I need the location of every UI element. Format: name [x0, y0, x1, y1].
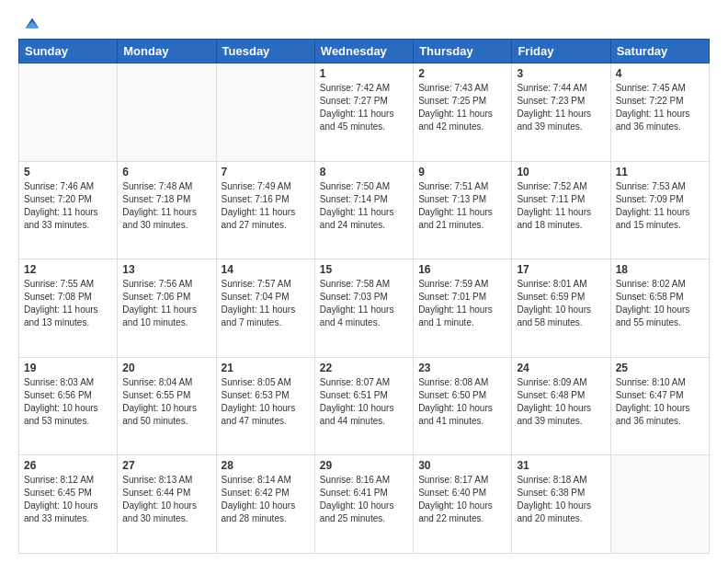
day-number: 10: [517, 166, 605, 178]
calendar-cell: 13Sunrise: 7:56 AMSunset: 7:06 PMDayligh…: [118, 259, 216, 358]
day-info: Sunrise: 7:53 AMSunset: 7:09 PMDaylight:…: [616, 180, 704, 232]
day-info: Sunrise: 8:02 AMSunset: 6:58 PMDaylight:…: [616, 278, 704, 329]
calendar-cell: 10Sunrise: 7:52 AMSunset: 7:11 PMDayligh…: [512, 161, 610, 259]
calendar-cell: 28Sunrise: 8:14 AMSunset: 6:42 PMDayligh…: [216, 455, 314, 554]
day-number: 12: [24, 263, 112, 276]
calendar-cell: 3Sunrise: 7:44 AMSunset: 7:23 PMDaylight…: [512, 63, 610, 162]
day-info: Sunrise: 7:58 AMSunset: 7:03 PMDaylight:…: [320, 278, 408, 329]
day-info: Sunrise: 7:50 AMSunset: 7:14 PMDaylight:…: [320, 180, 408, 232]
day-info: Sunrise: 7:44 AMSunset: 7:23 PMDaylight:…: [517, 82, 605, 133]
week-row-1: 1Sunrise: 7:42 AMSunset: 7:27 PMDaylight…: [19, 63, 710, 162]
calendar-cell: 17Sunrise: 8:01 AMSunset: 6:59 PMDayligh…: [512, 259, 610, 358]
day-info: Sunrise: 7:45 AMSunset: 7:22 PMDaylight:…: [616, 82, 704, 133]
calendar-cell: 31Sunrise: 8:18 AMSunset: 6:38 PMDayligh…: [512, 455, 610, 554]
calendar-cell: 11Sunrise: 7:53 AMSunset: 7:09 PMDayligh…: [610, 161, 709, 259]
day-number: 27: [122, 459, 210, 472]
day-info: Sunrise: 8:08 AMSunset: 6:50 PMDaylight:…: [418, 376, 506, 428]
day-number: 19: [24, 362, 112, 374]
calendar-cell: 23Sunrise: 8:08 AMSunset: 6:50 PMDayligh…: [414, 357, 512, 455]
logo: [18, 15, 40, 31]
day-number: 5: [24, 166, 112, 178]
week-row-2: 5Sunrise: 7:46 AMSunset: 7:20 PMDaylight…: [19, 161, 710, 259]
page: SundayMondayTuesdayWednesdayThursdayFrid…: [0, 0, 728, 563]
day-info: Sunrise: 7:42 AMSunset: 7:27 PMDaylight:…: [320, 82, 408, 133]
svg-marker-1: [26, 21, 39, 28]
day-info: Sunrise: 8:16 AMSunset: 6:41 PMDaylight:…: [320, 474, 408, 525]
day-info: Sunrise: 8:10 AMSunset: 6:47 PMDaylight:…: [616, 376, 704, 428]
day-info: Sunrise: 8:07 AMSunset: 6:51 PMDaylight:…: [320, 376, 408, 428]
day-number: 31: [517, 459, 605, 472]
day-number: 3: [517, 67, 605, 80]
calendar-cell: 29Sunrise: 8:16 AMSunset: 6:41 PMDayligh…: [314, 455, 413, 554]
day-info: Sunrise: 8:13 AMSunset: 6:44 PMDaylight:…: [122, 474, 210, 525]
calendar-cell: 21Sunrise: 8:05 AMSunset: 6:53 PMDayligh…: [216, 357, 314, 455]
day-number: 6: [122, 166, 210, 178]
day-info: Sunrise: 7:52 AMSunset: 7:11 PMDaylight:…: [517, 180, 605, 232]
day-number: 13: [122, 263, 210, 276]
day-number: 14: [222, 263, 310, 276]
calendar-cell: 25Sunrise: 8:10 AMSunset: 6:47 PMDayligh…: [610, 357, 709, 455]
day-info: Sunrise: 7:59 AMSunset: 7:01 PMDaylight:…: [418, 278, 506, 329]
calendar-cell: 7Sunrise: 7:49 AMSunset: 7:16 PMDaylight…: [216, 161, 314, 259]
day-info: Sunrise: 8:01 AMSunset: 6:59 PMDaylight:…: [517, 278, 605, 329]
day-info: Sunrise: 7:57 AMSunset: 7:04 PMDaylight:…: [222, 278, 310, 329]
day-number: 29: [320, 459, 408, 472]
day-number: 26: [24, 459, 112, 472]
day-number: 23: [418, 362, 506, 374]
calendar-cell: [118, 63, 216, 162]
day-info: Sunrise: 7:46 AMSunset: 7:20 PMDaylight:…: [24, 180, 112, 232]
calendar-cell: 26Sunrise: 8:12 AMSunset: 6:45 PMDayligh…: [19, 455, 118, 554]
day-info: Sunrise: 8:17 AMSunset: 6:40 PMDaylight:…: [418, 474, 506, 525]
day-header-saturday: Saturday: [610, 40, 709, 63]
calendar-cell: 14Sunrise: 7:57 AMSunset: 7:04 PMDayligh…: [216, 259, 314, 358]
day-header-friday: Friday: [512, 40, 610, 63]
day-info: Sunrise: 8:12 AMSunset: 6:45 PMDaylight:…: [24, 474, 112, 525]
calendar-cell: 15Sunrise: 7:58 AMSunset: 7:03 PMDayligh…: [314, 259, 413, 358]
day-number: 20: [122, 362, 210, 374]
header: [18, 15, 710, 31]
day-number: 28: [222, 459, 310, 472]
day-info: Sunrise: 8:14 AMSunset: 6:42 PMDaylight:…: [222, 474, 310, 525]
day-info: Sunrise: 7:43 AMSunset: 7:25 PMDaylight:…: [418, 82, 506, 133]
day-header-tuesday: Tuesday: [216, 40, 314, 63]
calendar-table: SundayMondayTuesdayWednesdayThursdayFrid…: [18, 39, 710, 554]
calendar-cell: 27Sunrise: 8:13 AMSunset: 6:44 PMDayligh…: [118, 455, 216, 554]
day-info: Sunrise: 7:48 AMSunset: 7:18 PMDaylight:…: [122, 180, 210, 232]
week-row-3: 12Sunrise: 7:55 AMSunset: 7:08 PMDayligh…: [19, 259, 710, 358]
day-info: Sunrise: 7:55 AMSunset: 7:08 PMDaylight:…: [24, 278, 112, 329]
calendar-cell: 18Sunrise: 8:02 AMSunset: 6:58 PMDayligh…: [610, 259, 709, 358]
calendar-cell: 30Sunrise: 8:17 AMSunset: 6:40 PMDayligh…: [414, 455, 512, 554]
day-number: 15: [320, 263, 408, 276]
day-number: 25: [616, 362, 704, 374]
logo-icon: [24, 15, 40, 31]
calendar-cell: [19, 63, 118, 162]
calendar-cell: 5Sunrise: 7:46 AMSunset: 7:20 PMDaylight…: [19, 161, 118, 259]
days-header-row: SundayMondayTuesdayWednesdayThursdayFrid…: [19, 40, 710, 63]
day-header-wednesday: Wednesday: [314, 40, 413, 63]
day-number: 8: [320, 166, 408, 178]
day-number: 22: [320, 362, 408, 374]
day-number: 9: [418, 166, 506, 178]
calendar-cell: 22Sunrise: 8:07 AMSunset: 6:51 PMDayligh…: [314, 357, 413, 455]
day-number: 21: [222, 362, 310, 374]
calendar-cell: 12Sunrise: 7:55 AMSunset: 7:08 PMDayligh…: [19, 259, 118, 358]
day-number: 24: [517, 362, 605, 374]
day-info: Sunrise: 8:03 AMSunset: 6:56 PMDaylight:…: [24, 376, 112, 428]
week-row-5: 26Sunrise: 8:12 AMSunset: 6:45 PMDayligh…: [19, 455, 710, 554]
calendar-cell: 19Sunrise: 8:03 AMSunset: 6:56 PMDayligh…: [19, 357, 118, 455]
day-header-thursday: Thursday: [414, 40, 512, 63]
calendar-cell: [216, 63, 314, 162]
day-header-sunday: Sunday: [19, 40, 118, 63]
day-info: Sunrise: 8:04 AMSunset: 6:55 PMDaylight:…: [122, 376, 210, 428]
day-info: Sunrise: 7:56 AMSunset: 7:06 PMDaylight:…: [122, 278, 210, 329]
day-header-monday: Monday: [118, 40, 216, 63]
day-number: 7: [222, 166, 310, 178]
day-info: Sunrise: 7:49 AMSunset: 7:16 PMDaylight:…: [222, 180, 310, 232]
calendar-cell: [610, 455, 709, 554]
calendar-cell: 2Sunrise: 7:43 AMSunset: 7:25 PMDaylight…: [414, 63, 512, 162]
day-number: 4: [616, 67, 704, 80]
calendar-cell: 6Sunrise: 7:48 AMSunset: 7:18 PMDaylight…: [118, 161, 216, 259]
day-number: 2: [418, 67, 506, 80]
calendar-cell: 8Sunrise: 7:50 AMSunset: 7:14 PMDaylight…: [314, 161, 413, 259]
calendar-cell: 24Sunrise: 8:09 AMSunset: 6:48 PMDayligh…: [512, 357, 610, 455]
